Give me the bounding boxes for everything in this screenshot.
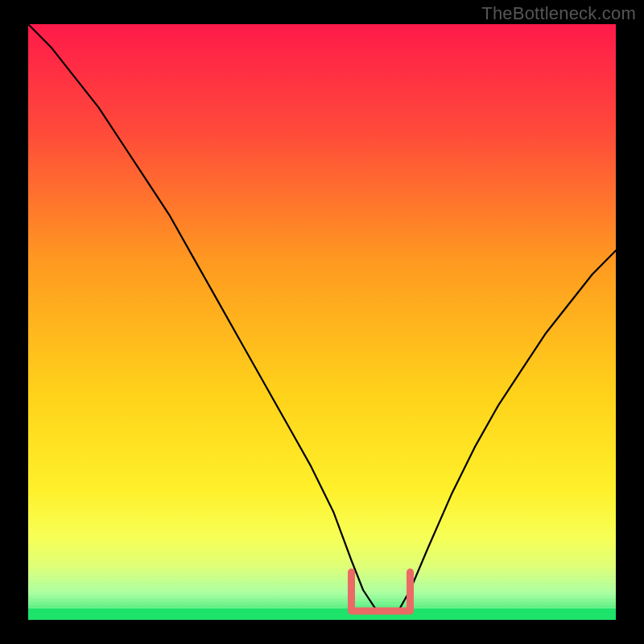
bottleneck-chart bbox=[0, 0, 644, 644]
svg-rect-0 bbox=[28, 24, 616, 620]
chart-frame: TheBottleneck.com bbox=[0, 0, 644, 644]
svg-rect-17 bbox=[0, 0, 28, 644]
svg-rect-18 bbox=[616, 0, 644, 644]
svg-rect-20 bbox=[0, 620, 644, 644]
svg-rect-15 bbox=[28, 609, 616, 620]
watermark-text: TheBottleneck.com bbox=[481, 3, 636, 24]
